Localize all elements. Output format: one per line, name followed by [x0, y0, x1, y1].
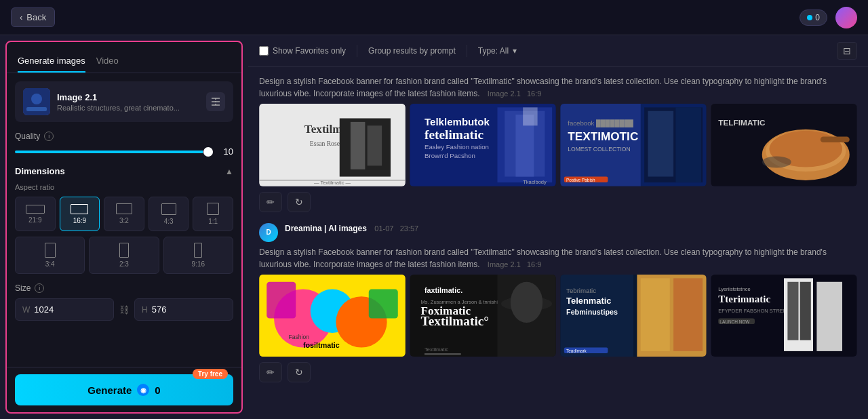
svg-text:Brown'd Pacshon: Brown'd Pacshon [425, 152, 475, 159]
ar-1-1-shape [207, 203, 219, 215]
avatar[interactable] [835, 7, 857, 28]
ar-3-2-shape [116, 203, 132, 214]
svg-rect-39 [821, 136, 850, 142]
svg-text:— Textilmatic —: — Textilmatic — [314, 180, 351, 186]
svg-text:Tterimnatic: Tterimnatic [718, 293, 770, 304]
svg-text:faxtilmatic.: faxtilmatic. [425, 285, 462, 294]
refresh-button-1[interactable]: ↻ [288, 192, 311, 212]
ar-2-3-shape [119, 243, 129, 258]
generate-button[interactable]: Try free Generate ◉ 0 [15, 374, 233, 405]
ar-4-3-button[interactable]: 4:3 [149, 197, 189, 231]
svg-text:Postive Pabish: Postive Pabish [566, 178, 595, 182]
svg-text:Easley Fashion nation: Easley Fashion nation [425, 143, 489, 151]
svg-text:Lyeriistststnce: Lyeriistststnce [718, 285, 750, 292]
prompt-text-1: Design a stylish Facebook banner for fas… [259, 75, 857, 100]
svg-text:LAUNCH NOW: LAUNCH NOW [719, 319, 750, 324]
size-info-icon: i [35, 283, 44, 293]
ar-16-9-button[interactable]: 16:9 [60, 197, 100, 231]
refresh-button-2[interactable]: ↻ [288, 362, 311, 382]
model-thumbnail [23, 88, 50, 115]
entry-prompt-2: Design a stylish Facebook banner for fas… [259, 246, 857, 271]
width-label: W [22, 305, 30, 315]
edit-button-2[interactable]: ✏ [259, 362, 282, 382]
back-button[interactable]: ‹ Back [11, 7, 55, 27]
tab-video[interactable]: Video [96, 50, 119, 73]
action-row-2: ✏ ↻ [259, 362, 857, 382]
link-dimensions-icon[interactable]: ⛓ [119, 304, 129, 315]
svg-rect-31 [648, 111, 674, 177]
image-cell-2-3[interactable]: Tebrimatic Telenmatic Febminustipes Tead… [560, 275, 707, 357]
svg-text:facebook ████████: facebook ████████ [568, 119, 633, 127]
svg-rect-79 [800, 281, 811, 340]
svg-rect-32 [675, 107, 701, 182]
feed: Design a stylish Facebook banner for fas… [248, 67, 868, 419]
svg-text:LOMEST COLLECTION: LOMEST COLLECTION [568, 146, 630, 153]
entry-avatar-2: D [259, 223, 278, 242]
image-cell-2-4[interactable]: Lyeriistststnce Tterimnatic EFYPDER FABS… [711, 275, 857, 357]
ar-9-16-button[interactable]: 9:16 [163, 237, 233, 274]
image-cell-2-1[interactable]: fosiltmatic Fashion [259, 275, 406, 357]
svg-text:Tebrimatic: Tebrimatic [566, 286, 596, 294]
height-input[interactable] [152, 304, 193, 315]
try-free-badge: Try free [193, 369, 228, 379]
image-cell-1-4[interactable]: TELFIMATIC [711, 104, 857, 186]
entry-username-2: Dreamina | AI images 01-07 23:57 [285, 224, 418, 233]
model-desc: Realistic structures, great cinemato... [57, 104, 199, 112]
ar-2-3-button[interactable]: 2:3 [89, 237, 159, 274]
model-selector[interactable]: Image 2.1 Realistic structures, great ci… [15, 81, 233, 122]
image-cell-1-2[interactable]: Telklembutok fetelimatic Easley Fashion … [410, 104, 556, 186]
credits-button[interactable]: 0 [800, 9, 827, 26]
svg-rect-59 [425, 353, 461, 355]
quality-slider[interactable] [15, 151, 213, 153]
content-toolbar: Show Favorites only Group results by pro… [248, 35, 868, 67]
entry-date-2: 01-07 23:57 [374, 224, 418, 233]
quality-value: 10 [220, 146, 233, 157]
quality-row: 10 [15, 146, 233, 157]
entry-meta-2: Image 2.1 16:9 [488, 260, 542, 268]
height-label: H [142, 305, 148, 315]
ar-21-9-button[interactable]: 21:9 [15, 197, 56, 231]
model-info: Image 2.1 Realistic structures, great ci… [57, 92, 199, 112]
height-field: H [134, 298, 233, 321]
group-results-button[interactable]: Group results by prompt [368, 46, 456, 56]
dimensions-title: Dimensions [15, 166, 65, 176]
image-grid-1: Textilmatic Essan Rose Sally — Textilmat… [259, 104, 857, 186]
dimensions-collapse-button[interactable]: ▲ [225, 167, 233, 176]
tab-generate-images[interactable]: Generate images [18, 50, 85, 73]
size-row: W ⛓ H [15, 298, 233, 321]
show-favorites-checkbox[interactable] [259, 46, 269, 56]
ar-1-1-button[interactable]: 1:1 [193, 197, 233, 231]
type-filter[interactable]: Type: All ▾ [478, 46, 517, 56]
svg-text:Febminustipes: Febminustipes [566, 308, 618, 316]
svg-rect-8 [351, 122, 366, 169]
svg-rect-78 [787, 281, 798, 340]
generate-icon: ◉ [137, 384, 149, 396]
credits-dot-icon [807, 15, 812, 20]
toolbar-right: ⊟ [837, 42, 857, 60]
svg-text:Textilmatic°: Textilmatic° [421, 314, 490, 328]
prompt-meta-1: Image 2.1 16:9 [488, 89, 542, 98]
show-favorites-toggle[interactable]: Show Favorites only [259, 46, 346, 56]
back-label: Back [26, 12, 46, 22]
ar-3-2-button[interactable]: 3:2 [104, 197, 144, 231]
model-settings-button[interactable] [206, 92, 225, 111]
svg-point-57 [511, 281, 542, 322]
entry-header-2: D Dreamina | AI images 01-07 23:57 [259, 223, 857, 242]
svg-rect-47 [369, 289, 398, 318]
ar-3-4-button[interactable]: 3:4 [15, 237, 85, 274]
image-cell-1-3[interactable]: facebook ████████ TEXTIMOTIC LOMEST COLL… [560, 104, 707, 186]
sidebar-tabs: Generate images Video [7, 42, 241, 73]
edit-button-1[interactable]: ✏ [259, 192, 282, 212]
svg-text:Telenmatic: Telenmatic [566, 296, 611, 306]
width-input[interactable] [34, 304, 75, 315]
image-cell-1-1[interactable]: Textilmatic Essan Rose Sally — Textilmat… [259, 104, 406, 186]
image-cell-2-2[interactable]: faxtilmatic. Ms. Zusammen a Jerson & tnn… [410, 275, 556, 357]
svg-text:Tkaelbody: Tkaelbody [523, 179, 547, 185]
grid-view-button[interactable]: ⊟ [837, 42, 857, 60]
aspect-ratio-label: Aspect ratio [15, 183, 233, 191]
svg-text:TEXTIMOTIC: TEXTIMOTIC [568, 129, 638, 143]
chevron-down-icon: ▾ [513, 46, 517, 56]
toolbar-divider [357, 45, 357, 57]
sidebar-content: Image 2.1 Realistic structures, great ci… [7, 73, 241, 367]
model-name: Image 2.1 [57, 92, 199, 102]
